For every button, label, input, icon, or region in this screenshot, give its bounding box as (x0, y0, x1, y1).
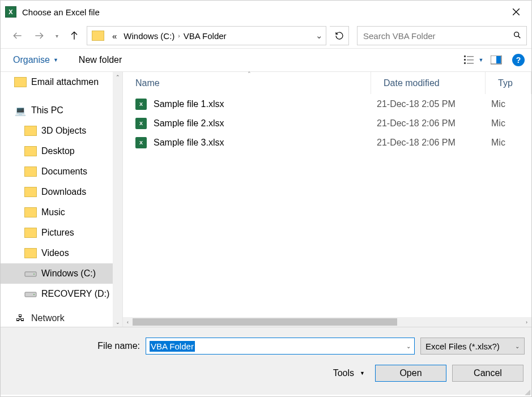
hscroll-thumb[interactable] (133, 318, 397, 326)
file-date: 21-Dec-18 2:06 PM (371, 118, 486, 129)
filename-label: File name: (1, 341, 146, 351)
help-button[interactable]: ? (512, 54, 525, 66)
tree-item[interactable]: Pictures (1, 223, 122, 243)
tools-menu[interactable]: Tools ▼ (333, 368, 365, 378)
tree-item[interactable]: Downloads (1, 182, 122, 202)
chevron-down-icon: ▼ (360, 370, 365, 376)
close-icon (513, 8, 520, 15)
svg-line-6 (518, 36, 521, 38)
col-name[interactable]: ⌃ Name (123, 72, 371, 94)
file-date: 21-Dec-18 2:06 PM (371, 138, 486, 148)
drive-icon (24, 268, 37, 279)
scroll-down-icon[interactable]: ⌄ (113, 317, 122, 327)
chevron-down-icon[interactable]: ⌄ (406, 343, 411, 349)
back-button[interactable] (8, 27, 27, 45)
search-box[interactable] (357, 26, 527, 45)
crumb-vba-folder[interactable]: VBA Folder (180, 31, 230, 41)
col-type[interactable]: Typ (486, 72, 531, 94)
filename-combobox[interactable]: VBA Folder ⌄ (146, 338, 415, 355)
tree-item[interactable]: 💻This PC (1, 100, 122, 121)
scroll-left-icon[interactable]: ‹ (123, 317, 133, 327)
close-button[interactable] (503, 3, 529, 20)
history-dropdown[interactable]: ▾ (52, 27, 62, 45)
file-row[interactable]: XSample file 3.xlsx21-Dec-18 2:06 PMMic (123, 133, 531, 152)
drive-icon (24, 289, 37, 299)
svg-rect-11 (467, 59, 474, 61)
open-button[interactable]: Open (375, 365, 446, 382)
folder-icon (92, 31, 104, 41)
address-bar[interactable]: « Windows (C:) › VBA Folder ⌄ (87, 26, 326, 45)
filetype-value: Excel Files (*.xlsx?) (425, 341, 500, 351)
tree-item[interactable]: RECOVERY (D:) (1, 284, 122, 304)
search-input[interactable] (363, 31, 513, 41)
svg-rect-10 (467, 56, 474, 57)
refresh-button[interactable] (330, 26, 349, 45)
tools-label: Tools (333, 368, 354, 378)
sort-indicator-icon: ⌃ (247, 71, 252, 76)
tree-item[interactable]: Music (1, 202, 122, 223)
file-list: ⌃ Name Date modified Typ XSample file 1.… (123, 72, 531, 327)
address-dropdown[interactable]: ⌄ (312, 31, 326, 41)
arrow-left-icon (12, 30, 23, 41)
forward-button[interactable] (30, 27, 48, 45)
folder-icon (24, 187, 37, 197)
new-folder-button[interactable]: New folder (79, 55, 122, 65)
tree-item[interactable]: Videos (1, 243, 122, 263)
col-date[interactable]: Date modified (371, 72, 486, 94)
folder-icon (24, 248, 37, 258)
tree-item-label: Desktop (41, 146, 75, 156)
tree-item[interactable]: Windows (C:) (1, 263, 122, 284)
file-date: 21-Dec-18 2:05 PM (371, 99, 486, 109)
nav-tree: Email attachmen💻This PC3D ObjectsDesktop… (1, 72, 123, 327)
folder-icon (24, 167, 37, 177)
tree-item[interactable]: Desktop (1, 141, 122, 161)
filetype-combobox[interactable]: Excel Files (*.xlsx?) ⌄ (420, 338, 525, 355)
pc-icon: 💻 (14, 105, 27, 116)
svg-point-16 (33, 274, 35, 275)
folder-icon (24, 146, 37, 156)
tree-item[interactable]: Documents (1, 161, 122, 182)
list-header: ⌃ Name Date modified Typ (123, 72, 531, 95)
svg-point-5 (514, 32, 519, 36)
tree-item-label: Downloads (41, 187, 86, 197)
svg-point-18 (33, 294, 35, 295)
scroll-up-icon[interactable]: ⌃ (113, 72, 122, 82)
up-button[interactable] (65, 27, 83, 45)
crumb-prefix: « (109, 31, 120, 41)
crumb-windows[interactable]: Windows (C:) (120, 31, 178, 41)
file-row[interactable]: XSample file 2.xlsx21-Dec-18 2:06 PMMic (123, 114, 531, 133)
folder-icon (24, 126, 37, 136)
tree-item[interactable]: Email attachmen (1, 72, 122, 92)
tree-item-label: Documents (41, 167, 87, 177)
list-hscrollbar[interactable]: ‹ › (123, 317, 531, 327)
cancel-button[interactable]: Cancel (452, 365, 524, 382)
svg-rect-14 (496, 56, 501, 63)
file-type: Mic (486, 99, 531, 109)
tree-scrollbar[interactable]: ⌃ ⌄ (113, 72, 122, 327)
filename-value[interactable]: VBA Folder (150, 341, 195, 352)
file-name: Sample file 2.xlsx (154, 118, 224, 129)
footer: File name: VBA Folder ⌄ Excel Files (*.x… (1, 327, 531, 395)
chevron-down-icon: ▼ (53, 57, 58, 63)
resize-grip-icon[interactable] (524, 389, 530, 395)
preview-pane-button[interactable] (486, 52, 507, 68)
file-name: Sample file 1.xlsx (154, 99, 224, 109)
toolbar: Organise ▼ New folder ▼ ? (1, 48, 531, 72)
tree-item-label: Videos (41, 248, 69, 258)
svg-rect-8 (464, 59, 466, 61)
scroll-right-icon[interactable]: › (522, 317, 531, 327)
tree-item[interactable]: 🖧Network (1, 304, 122, 325)
titlebar: X Choose an Excel file (1, 1, 531, 23)
nav-row: ▾ « Windows (C:) › VBA Folder ⌄ (1, 23, 531, 48)
organise-menu[interactable]: Organise (13, 55, 50, 65)
tree-item[interactable]: 3D Objects (1, 121, 122, 141)
tree-item-label: Windows (C:) (41, 268, 96, 279)
arrow-up-icon (69, 30, 80, 41)
tree-item-label: Email attachmen (31, 77, 99, 87)
file-row[interactable]: XSample file 1.xlsx21-Dec-18 2:05 PMMic (123, 95, 531, 114)
excel-file-icon: X (135, 137, 147, 148)
search-icon[interactable] (513, 31, 524, 41)
chevron-down-icon[interactable]: ⌄ (515, 343, 520, 349)
view-options-button[interactable]: ▼ (463, 52, 484, 68)
excel-file-icon: X (135, 99, 147, 110)
